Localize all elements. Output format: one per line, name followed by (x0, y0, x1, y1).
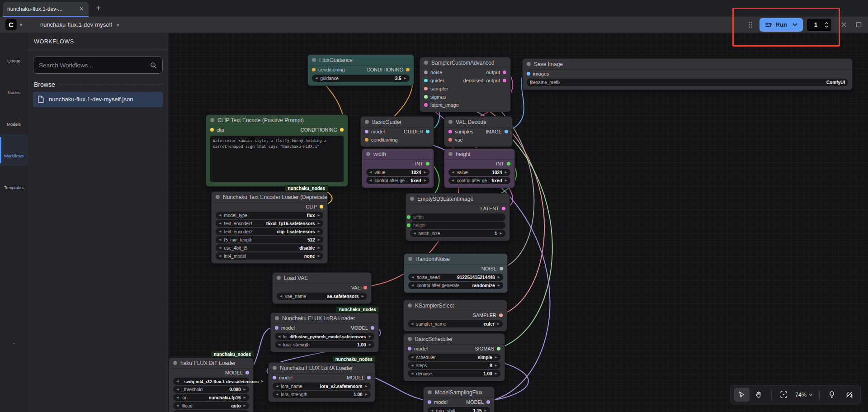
logo-menu-chevron-icon[interactable]: ▼ (19, 23, 23, 27)
input-slot-sampler[interactable]: sampler (424, 86, 448, 91)
widget-increment-icon[interactable]: ▶ (497, 322, 500, 326)
output-slot-VAE[interactable]: VAE (351, 285, 367, 290)
toggle-links-button[interactable] (841, 388, 857, 402)
output-slot-MODEL[interactable]: MODEL (466, 399, 490, 405)
widget-height[interactable]: height (410, 222, 505, 229)
input-slot-noise[interactable]: noise (424, 70, 442, 75)
widget-_threshold[interactable]: ◀_threshold0.000▶ (173, 386, 249, 393)
output-slot-GUIDER[interactable]: GUIDER (404, 129, 429, 134)
node-flux-guidance[interactable]: FluxGuidanceconditioningCONDITIONING◀gui… (307, 54, 414, 86)
node-collapse-dot[interactable] (408, 257, 412, 261)
node-collapse-dot[interactable] (216, 195, 220, 199)
interrupt-icon[interactable] (841, 22, 847, 28)
output-slot-NOISE[interactable]: NOISE (481, 266, 503, 271)
new-tab-button[interactable]: + (96, 4, 101, 13)
widget-lora_strength[interactable]: ◀lora_strength1.00▶ (273, 391, 371, 398)
widget-decrement-icon[interactable]: ◀ (219, 230, 221, 233)
slot-dot[interactable] (507, 162, 510, 166)
widget-decrement-icon[interactable]: ◀ (452, 170, 454, 174)
widget-ffload[interactable]: ◀ffloadauto▶ (173, 402, 249, 409)
widget-decrement-icon[interactable]: ◀ (176, 404, 179, 407)
widget-decrement-icon[interactable]: ◀ (176, 388, 179, 391)
node-collapse-dot[interactable] (312, 58, 316, 62)
widget-control after ge ...[interactable]: ◀control after ge ...fixed▶ (448, 177, 510, 184)
node-collapse-dot[interactable] (365, 120, 369, 124)
widget-increment-icon[interactable]: ▶ (505, 179, 507, 182)
slot-dot[interactable] (448, 138, 452, 142)
output-slot-denoised_output[interactable]: denoised_output (463, 78, 506, 83)
widget-vae_name[interactable]: ◀vae_nameae.safetensors▶ (277, 293, 367, 300)
widget-lora_strength[interactable]: ◀lora_strength1.00▶ (275, 341, 374, 348)
run-button[interactable]: Run (760, 18, 803, 32)
widget-scheduler[interactable]: ◀schedulersimple▶ (408, 354, 500, 361)
widget-increment-icon[interactable]: ▶ (404, 76, 406, 80)
input-slot-latent_image[interactable]: latent_image (424, 102, 459, 108)
output-slot-CLIP[interactable]: CLIP (306, 204, 323, 209)
output-slot-INT[interactable]: INT (415, 161, 429, 166)
slot-dot[interactable] (408, 347, 411, 350)
widget-increment-icon[interactable]: ▶ (498, 284, 500, 287)
widget-decrement-icon[interactable]: ◀ (219, 238, 221, 242)
input-slot-sigmas[interactable]: sigmas (424, 94, 446, 99)
widget-value[interactable]: ◀value1024▶ (448, 169, 510, 176)
input-slot-model[interactable]: model (273, 375, 292, 380)
slot-dot[interactable] (340, 128, 344, 132)
node-collapse-dot[interactable] (424, 61, 428, 65)
node-basic-scheduler[interactable]: BasicSchedulermodelSIGMAS◀schedulersimpl… (403, 333, 505, 381)
slot-dot[interactable] (245, 371, 249, 374)
widget-increment-icon[interactable]: ▶ (318, 238, 320, 242)
widget-increment-icon[interactable]: ▶ (244, 388, 246, 391)
widget-batch_size[interactable]: ◀batch_size1▶ (410, 230, 505, 237)
widget-increment-icon[interactable]: ▶ (365, 384, 368, 388)
slot-dot[interactable] (497, 347, 500, 350)
widget-ion[interactable]: ◀ionnunchaku-fp16▶ (173, 394, 249, 401)
widget-increment-icon[interactable]: ▶ (318, 222, 320, 225)
slot-dot[interactable] (502, 207, 505, 210)
widget-noise_seed[interactable]: ◀noise_seed912251415214448▶ (408, 274, 503, 281)
node-nunchaku-flux-lora-loader-2[interactable]: nunchaku_nodesNunchaku FLUX LoRA Loaderm… (268, 362, 375, 402)
node-basic-guider[interactable]: BasicGuidermodelGUIDERconditioning (360, 116, 434, 147)
widget-input-dot[interactable] (407, 215, 410, 219)
widget-_id[interactable]: ◀_id0▶ (173, 410, 249, 412)
widget-guidance[interactable]: ◀guidance3.5▶ (312, 75, 410, 82)
widget-increment-icon[interactable]: ▶ (369, 335, 371, 338)
node-collapse-dot[interactable] (448, 152, 453, 156)
output-slot-IMAGE[interactable]: IMAGE (486, 129, 508, 134)
widget-max_shift[interactable]: ◀max_shift1.15▶ (428, 407, 490, 412)
widget-decrement-icon[interactable]: ◀ (411, 322, 413, 326)
sidebar-item-nodes[interactable]: Nodes (0, 71, 28, 103)
output-slot-output[interactable]: output (486, 70, 506, 75)
widget-value[interactable]: ◀value1024▶ (366, 169, 429, 176)
node-clip-text-encode[interactable]: CLIP Text Encode (Positive Prompt)clipCO… (206, 114, 348, 187)
terminal-button[interactable] (0, 356, 28, 384)
node-sampler-custom-advanced[interactable]: SamplerCustomAdvancednoiseoutputguiderde… (420, 57, 511, 112)
widget-increment-icon[interactable]: ▶ (500, 232, 502, 235)
widget-filename_prefix[interactable]: filename_prefixComfyUI (527, 79, 848, 86)
widget-decrement-icon[interactable]: ◀ (411, 372, 413, 375)
slot-dot[interactable] (426, 162, 429, 166)
select-tool-button[interactable] (734, 388, 750, 402)
node-nunchaku-text-encoder-loader[interactable]: nunchaku_nodesNunchaku Text Encoder Load… (211, 191, 328, 264)
widget-decrement-icon[interactable]: ◀ (219, 254, 221, 258)
widget-decrement-icon[interactable]: ◀ (411, 355, 413, 359)
widget-text_encoder1[interactable]: ◀text_encoder1t5xxl_fp16.safetensors▶ (216, 220, 323, 227)
widget-increment-icon[interactable]: ▶ (318, 246, 320, 250)
widget-input-dot[interactable] (407, 223, 410, 227)
widget-decrement-icon[interactable]: ◀ (219, 246, 221, 250)
tab-close-icon[interactable]: ✕ (79, 5, 84, 12)
widget-decrement-icon[interactable]: ◀ (276, 384, 278, 388)
slot-dot[interactable] (406, 68, 410, 71)
widget-decrement-icon[interactable]: ◀ (411, 275, 414, 279)
drag-handle-icon[interactable] (748, 21, 753, 28)
node-model-sampling-flux[interactable]: ModelSamplingFluxmodelMODEL◀max_shift1.1… (423, 387, 495, 412)
widget-decrement-icon[interactable]: ◀ (278, 335, 280, 338)
widget-decrement-icon[interactable]: ◀ (413, 232, 415, 235)
widget-increment-icon[interactable]: ▶ (495, 355, 497, 359)
slot-dot[interactable] (424, 87, 428, 90)
run-options-chevron-icon[interactable] (793, 23, 797, 26)
widget-decrement-icon[interactable]: ◀ (369, 170, 372, 174)
node-collapse-dot[interactable] (173, 361, 177, 365)
widget-increment-icon[interactable]: ▶ (318, 213, 320, 217)
widget-decrement-icon[interactable]: ◀ (278, 343, 280, 346)
zoom-level-control[interactable]: 74% (793, 392, 815, 398)
